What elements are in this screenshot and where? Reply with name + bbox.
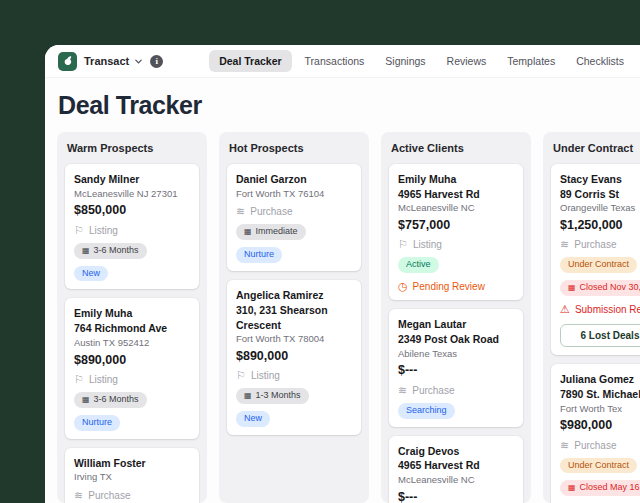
timeline-badge: ▦1-3 Months (236, 388, 309, 404)
deal-type-label: Purchase (574, 440, 616, 451)
status-badge-new: New (74, 266, 108, 282)
property-address: 764 Richmond Ave (74, 321, 190, 336)
tab-templates[interactable]: Templates (499, 50, 563, 72)
deal-card-megan-lautar[interactable]: Megan Lautar2349 Post Oak RoadAbilene Te… (389, 309, 523, 426)
property-location: Orangeville Texas (560, 201, 640, 215)
warning-icon: ⚠ (560, 304, 570, 315)
property-address: 89 Corris St (560, 187, 640, 202)
flag-icon: ⚐ (74, 374, 84, 385)
client-name: Angelica Ramirez (236, 288, 352, 303)
timeline-badge: ▦3-6 Months (74, 243, 147, 259)
flag-icon: ⚐ (74, 225, 84, 236)
property-location: Austin TX 952412 (74, 336, 190, 350)
flag-icon: ⚐ (398, 239, 408, 250)
deal-type: ≋Purchase (236, 206, 352, 217)
status-badge-under-contract: Under Contract (560, 257, 637, 273)
info-icon[interactable]: i (150, 55, 163, 68)
client-name: Stacy Evans (560, 172, 640, 187)
deal-type: ≋Purchase (74, 490, 190, 501)
deal-type: ⚐Listing (74, 225, 190, 236)
calendar-icon: ▦ (82, 247, 90, 255)
column-hot-prospects: Hot ProspectsDaniel GarzonFort Worth TX … (219, 132, 369, 503)
chevron-down-icon[interactable] (134, 57, 143, 66)
deal-price: $980,000 (560, 417, 640, 433)
property-location: McLeanesville NJ 27301 (74, 187, 190, 201)
lost-deals-button[interactable]: 6 Lost Deals (560, 324, 640, 347)
property-address: 2349 Post Oak Road (398, 332, 514, 347)
app-window: Transact i Deal TrackerTransactionsSigni… (45, 45, 640, 503)
top-navigation-bar: Transact i Deal TrackerTransactionsSigni… (45, 45, 640, 78)
property-location: McLeanesville NC (398, 473, 514, 487)
property-location: Fort Worth Tex (560, 402, 640, 416)
calendar-icon: ▦ (568, 484, 576, 492)
client-name: Megan Lautar (398, 317, 514, 332)
deal-type-label: Listing (89, 374, 118, 385)
deal-type-label: Listing (89, 225, 118, 236)
deal-card-stacy-evans[interactable]: Stacy Evans89 Corris StOrangeville Texas… (551, 164, 640, 355)
property-location: Fort Worth TX 76104 (236, 187, 352, 201)
client-name: Sandy Milner (74, 172, 190, 187)
property-address: 310, 231 Shearson Crescent (236, 303, 352, 332)
tab-transactions[interactable]: Transactions (297, 50, 373, 72)
status-badge-active: Active (398, 257, 439, 273)
property-location: Fort Worth TX 78004 (236, 332, 352, 346)
client-name: Emily Muha (74, 306, 190, 321)
purchase-icon: ≋ (398, 385, 407, 396)
column-title: Warm Prospects (67, 142, 197, 154)
client-name: Emily Muha (398, 172, 514, 187)
flag-icon: ⚐ (236, 370, 246, 381)
tab-checklists[interactable]: Checklists (568, 50, 632, 72)
deal-price: $850,000 (74, 202, 190, 218)
property-location: Abilene Texas (398, 347, 514, 361)
status-badge-under-contract: Under Contract (560, 458, 637, 474)
timeline-badge: ▦3-6 Months (74, 392, 147, 408)
property-location: McLeanesville NC (398, 201, 514, 215)
status-badge-nurture: Nurture (74, 415, 120, 431)
deal-card-angelica-ramirez[interactable]: Angelica Ramirez310, 231 Shearson Cresce… (227, 280, 361, 435)
property-location: Irving TX (74, 470, 190, 484)
deal-board: Warm ProspectsSandy MilnerMcLeanesville … (57, 132, 640, 503)
deal-card-craig-devos[interactable]: Craig Devos4965 Harvest RdMcLeanesville … (389, 436, 523, 503)
deal-type-label: Listing (251, 370, 280, 381)
tab-reviews[interactable]: Reviews (439, 50, 495, 72)
calendar-icon: ▦ (568, 284, 576, 292)
deal-price: $890,000 (236, 348, 352, 364)
property-address: 4965 Harvest Rd (398, 458, 514, 473)
deal-type: ≋Purchase (398, 385, 514, 396)
brand-logo-icon[interactable] (58, 52, 77, 71)
deal-type-label: Purchase (574, 239, 616, 250)
purchase-icon: ≋ (74, 490, 83, 501)
deal-type: ≋Purchase (560, 239, 640, 250)
purchase-icon: ≋ (560, 239, 569, 250)
tab-deal-tracker[interactable]: Deal Tracker (209, 50, 291, 72)
calendar-icon: ▦ (244, 228, 252, 236)
property-address: 4965 Harvest Rd (398, 187, 514, 202)
brand-name: Transact (84, 55, 129, 67)
property-address: 7890 St. Michaels (560, 387, 640, 402)
deal-type-label: Purchase (412, 385, 454, 396)
deal-card-emily-muha[interactable]: Emily Muha764 Richmond AveAustin TX 9524… (65, 298, 199, 438)
deal-price: $--- (398, 362, 514, 378)
deal-card-daniel-garzon[interactable]: Daniel GarzonFort Worth TX 76104≋Purchas… (227, 164, 361, 271)
deal-price: $890,000 (74, 352, 190, 368)
status-badge-new: New (236, 411, 270, 427)
deal-type-label: Listing (413, 239, 442, 250)
deal-card-sandy-milner[interactable]: Sandy MilnerMcLeanesville NJ 27301$850,0… (65, 164, 199, 289)
client-name: Daniel Garzon (236, 172, 352, 187)
deal-type: ⚐Listing (236, 370, 352, 381)
purchase-icon: ≋ (560, 440, 569, 451)
page-title: Deal Tracker (57, 78, 640, 132)
deal-card-emily-muha[interactable]: Emily Muha4965 Harvest RdMcLeanesville N… (389, 164, 523, 300)
tab-signings[interactable]: Signings (377, 50, 433, 72)
deal-card-william-foster[interactable]: William FosterIrving TX≋Purchase▦6+ Mont… (65, 448, 199, 503)
client-name: Craig Devos (398, 444, 514, 459)
client-name: William Foster (74, 456, 190, 471)
deal-card-juliana-gomez[interactable]: Juliana Gomez7890 St. MichaelsFort Worth… (551, 364, 640, 503)
clock-icon: ◷ (398, 281, 408, 292)
column-under-contract: Under ContractStacy Evans89 Corris StOra… (543, 132, 640, 503)
purchase-icon: ≋ (236, 206, 245, 217)
status-badge-searching: Searching (398, 403, 455, 419)
column-title: Under Contract (553, 142, 640, 154)
alert-pending-review: ◷Pending Review (398, 281, 514, 292)
page-content: Deal Tracker Warm ProspectsSandy MilnerM… (45, 78, 640, 503)
